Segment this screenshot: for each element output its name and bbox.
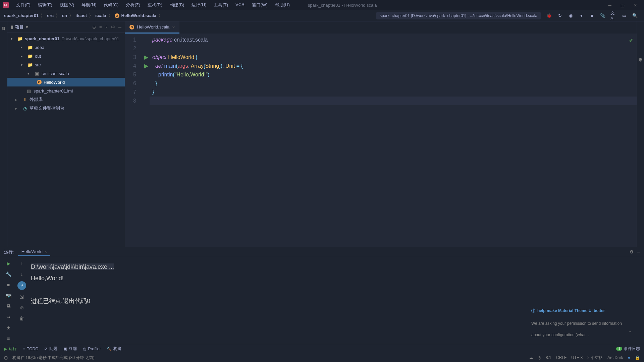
menu-code[interactable]: 代码(C) [100,1,122,9]
chevron-down-icon[interactable]: ▾ [578,13,584,19]
indent[interactable]: 2 个空格 [587,355,603,361]
tree-package[interactable]: ▾▣cn.itcast.scala [7,69,125,78]
softwrap-icon[interactable]: ⤶ [17,281,26,290]
menu-edit[interactable]: 编辑(E) [35,1,56,9]
bc-cn[interactable]: cn [62,13,67,18]
editor-tab-helloworld[interactable]: O HelloWorld.scala × [125,21,179,34]
path-tooltip: spark_chapter01 [D:\work\java\spark_chap… [376,12,541,19]
menu-tools[interactable]: 工具(T) [210,1,231,9]
right-tool-strip: 数据库 [637,21,644,247]
encoding[interactable]: UTF-8 [571,355,583,360]
tree-iml[interactable]: ▤spark_chapter01.iml [7,86,125,95]
maximize-icon[interactable]: ▢ [619,2,626,8]
window-title: spark_chapter01 - HelloWorld.scala [308,3,605,8]
debug-icon[interactable]: 🐞 [546,13,552,19]
line-sep[interactable]: CRLF [556,355,567,360]
tree-helloworld[interactable]: OHelloWorld [7,78,125,86]
attach-icon[interactable]: 📎 [600,13,606,19]
search-icon[interactable]: 🔍 [632,13,638,19]
close-icon[interactable]: ✕ [632,2,639,8]
bc-itcast[interactable]: itcast [75,13,87,18]
folder-icon: ▮ [11,24,13,29]
bc-file[interactable]: HelloWorld.scala [121,13,157,18]
cursor-pos[interactable]: 8:1 [546,355,551,360]
target-icon[interactable]: ⊕ [92,24,96,29]
console-output[interactable]: D:\work\java\jdk\bin\java.exe ... Hello,… [27,257,644,344]
toggle-icon[interactable]: ▢ [4,355,8,360]
notification[interactable]: ⓘhelp make Material Theme UI better We a… [531,305,632,341]
menu-help[interactable]: 帮助(H) [272,1,293,9]
avatar-icon[interactable]: ● [628,355,630,360]
tree-idea[interactable]: ▸📁.idea [7,43,125,52]
tree-external-libs[interactable]: ▸⫴外部库 [7,95,125,104]
menu-window[interactable]: 窗口(W) [249,1,271,9]
menu-analyze[interactable]: 分析(Z) [122,1,144,9]
tree-out[interactable]: ▸📁out [7,52,125,60]
hide-icon[interactable]: ─ [637,249,640,254]
run-tab-helloworld[interactable]: HelloWorld × [18,248,50,256]
profile-icon[interactable]: ◉ [568,13,574,19]
cloud-icon[interactable]: ☁ [529,355,533,360]
camera-icon[interactable]: 📷 [5,292,12,299]
exit-icon[interactable]: ↪ [5,313,12,321]
stop-icon[interactable]: ■ [589,13,595,19]
star-icon[interactable]: ★ [5,324,12,331]
tab-todo[interactable]: ≡ TODO [23,347,38,351]
breadcrumb: spark_chapter01〉 src〉 cn〉 itcast〉 scala〉… [4,13,163,19]
tab-events[interactable]: 1 事件日志 [616,346,640,352]
tree-root[interactable]: ▾📁 spark_chapter01 D:\work\java\spark_ch… [7,34,125,43]
menu-run[interactable]: 运行(U) [188,1,210,9]
hide-icon[interactable]: ─ [118,24,121,29]
run-gutter: ▶▶ [143,34,150,247]
chevron-down-icon[interactable]: ⌄ [629,325,632,337]
bc-src[interactable]: src [47,13,54,18]
minimize-icon[interactable]: ─ [606,2,613,8]
tree-scratches[interactable]: ▸◔草稿文件和控制台 [7,104,125,113]
stop-icon[interactable]: ■ [5,281,12,289]
theme[interactable]: Arc Dark [607,355,623,360]
coverage-icon[interactable]: ↻ [557,13,563,19]
trash-icon[interactable]: 🗑 [18,315,25,322]
wrench-icon[interactable]: 🔧 [5,270,12,278]
run-gutter-icon[interactable]: ▶ [143,62,150,70]
clock-icon[interactable]: ◷ [538,355,541,360]
menu-file[interactable]: 文件(F) [13,1,34,9]
menu-build[interactable]: 构建(B) [166,1,187,9]
tab-build[interactable]: 🔨 构建 [107,346,121,352]
code-editor[interactable]: 12345678 ▶▶ package cn.itcast.scala obje… [125,34,637,247]
dropdown-icon[interactable]: ▾ [26,24,28,29]
up-icon[interactable]: ↑ [18,260,25,267]
rerun-icon[interactable]: ▶ [5,260,12,267]
scroll-icon[interactable]: ⇲ [18,293,25,301]
menu-vcs[interactable]: VCS [232,1,248,9]
close-run-tab-icon[interactable]: × [45,249,47,254]
bc-scala[interactable]: scala [95,13,106,18]
info-icon: ⓘ [531,305,535,316]
tree-src[interactable]: ▾📁src [7,60,125,69]
split-icon[interactable]: ▭ [621,13,627,19]
collapse-icon[interactable]: ÷ [105,24,108,29]
print-icon[interactable]: 🖶 [5,303,12,310]
gear-icon[interactable]: ⚙ [111,24,115,29]
menu-navigate[interactable]: 导航(N) [78,1,100,9]
expand-icon[interactable]: ≡ [99,24,102,29]
bc-project[interactable]: spark_chapter01 [4,13,39,18]
translate-icon[interactable]: 文A [610,13,616,19]
run-gutter-icon[interactable]: ▶ [143,53,150,62]
menu-view[interactable]: 视图(V) [56,1,77,9]
close-tab-icon[interactable]: × [172,24,175,30]
tab-run[interactable]: ▶ 运行 [4,346,17,352]
line-gutter: 12345678 [125,34,143,247]
menu-refactor[interactable]: 重构(R) [144,1,166,9]
more-icon[interactable]: ≡ [5,335,12,342]
down-icon[interactable]: ↓ [18,270,25,278]
tab-problems[interactable]: ⊘ 问题 [44,346,57,352]
gear-icon[interactable]: ⚙ [630,249,634,254]
run-tool-window: 运行: HelloWorld × ⚙ ─ ▶ 🔧 ■ 📷 🖶 ↪ ★ ≡ [0,247,644,344]
tab-profiler[interactable]: ◷ Profiler [83,347,101,351]
lock-icon[interactable]: 🔒 [635,355,640,360]
clear-icon[interactable]: ⎚ [18,304,25,311]
left-tool-strip: 项目 [0,21,7,247]
tab-terminal[interactable]: ▣ 终端 [63,346,77,352]
code-body[interactable]: package cn.itcast.scala object HelloWorl… [150,34,637,247]
